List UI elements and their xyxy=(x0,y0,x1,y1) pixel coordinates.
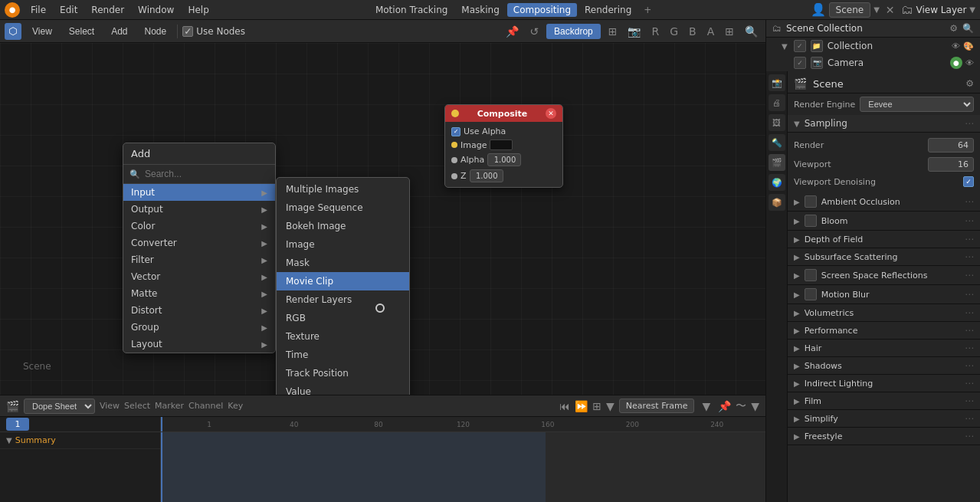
submenu-rgb[interactable]: RGB xyxy=(277,309,409,327)
menu-window[interactable]: Window xyxy=(132,3,180,17)
submenu-mask[interactable]: Mask xyxy=(277,254,409,272)
refresh-icon[interactable]: ↺ xyxy=(526,25,542,38)
use-nodes-checkbox[interactable]: ✓ xyxy=(182,26,193,37)
submenu-time[interactable]: Time xyxy=(277,346,409,364)
tab-compositing[interactable]: Compositing xyxy=(507,3,577,17)
props-output-icon[interactable]: 🖨 xyxy=(769,94,785,111)
menu-edit[interactable]: Edit xyxy=(54,3,84,17)
menu-render[interactable]: Render xyxy=(85,3,130,17)
props-settings-icon[interactable]: ⚙ xyxy=(965,78,974,89)
sss-section[interactable]: ▶ Subsurface Scattering ⋯ xyxy=(788,248,980,266)
props-render-icon[interactable]: 📸 xyxy=(769,74,785,91)
timeline-pin-icon[interactable]: ▼ xyxy=(702,400,710,412)
pin-icon[interactable]: 📌 xyxy=(503,25,522,38)
dof-section[interactable]: ▶ Depth of Field ⋯ xyxy=(788,231,980,248)
indirect-lighting-section[interactable]: ▶ Indirect Lighting ⋯ xyxy=(788,375,980,392)
submenu-value[interactable]: Value xyxy=(277,382,409,395)
frame-indicator[interactable]: 1 xyxy=(6,418,29,431)
timeline-jump-start-icon[interactable]: ⏩ xyxy=(575,400,588,412)
tab-rendering[interactable]: Rendering xyxy=(578,3,637,17)
timeline-track-area[interactable] xyxy=(161,432,765,502)
film-section[interactable]: ▶ Film ⋯ xyxy=(788,392,980,410)
collection-visibility-icon[interactable]: 👁 xyxy=(952,41,960,51)
render-value[interactable]: 64 xyxy=(928,138,974,153)
menu-file[interactable]: File xyxy=(25,3,52,17)
menu-item-matte[interactable]: Matte ▶ xyxy=(123,285,275,302)
menu-item-output[interactable]: Output ▶ xyxy=(123,201,275,218)
menu-help[interactable]: Help xyxy=(182,3,215,17)
view-layer-arrow[interactable]: ▼ xyxy=(969,5,975,14)
timeline-more-icon[interactable]: ▼ xyxy=(751,400,759,412)
outliner-search-icon[interactable]: 🔍 xyxy=(962,23,974,34)
bloom-checkbox[interactable] xyxy=(805,215,817,227)
render-engine-select[interactable]: Eevee xyxy=(860,97,974,112)
simplify-section[interactable]: ▶ Simplify ⋯ xyxy=(788,410,980,428)
add-menu-search[interactable]: 🔍 xyxy=(123,165,275,184)
mb-checkbox[interactable] xyxy=(805,288,817,300)
volumetrics-section[interactable]: ▶ Volumetrics ⋯ xyxy=(788,304,980,322)
props-object-icon[interactable]: 📦 xyxy=(769,194,785,211)
outliner-settings-icon[interactable]: ⚙ xyxy=(949,23,958,34)
menu-item-converter[interactable]: Converter ▶ xyxy=(123,235,275,251)
submenu-render-layers[interactable]: Render Layers xyxy=(277,290,409,309)
zoom-icon[interactable]: 🔍 xyxy=(742,25,761,38)
menu-item-vector[interactable]: Vector ▶ xyxy=(123,268,275,285)
submenu-image-sequence[interactable]: Image Sequence xyxy=(277,199,409,217)
shadows-section[interactable]: ▶ Shadows ⋯ xyxy=(788,357,980,375)
submenu-texture[interactable]: Texture xyxy=(277,327,409,346)
add-workspace-btn[interactable]: + xyxy=(639,3,656,17)
bloom-section[interactable]: ▶ Bloom ⋯ xyxy=(788,212,980,231)
nearest-frame-btn[interactable]: Nearest Frame xyxy=(619,399,695,413)
tab-masking[interactable]: Masking xyxy=(455,3,505,17)
submenu-movie-clip[interactable]: Movie Clip xyxy=(277,272,409,290)
menu-item-group[interactable]: Group ▶ xyxy=(123,319,275,336)
r-icon[interactable]: R xyxy=(648,25,662,38)
props-view-icon[interactable]: 🖼 xyxy=(769,114,785,131)
timeline-view-btn[interactable]: View xyxy=(100,401,120,411)
use-alpha-checkbox[interactable]: ✓ xyxy=(451,127,461,136)
denoising-checkbox[interactable]: ✓ xyxy=(963,176,974,187)
backdrop-camera-icon[interactable]: 📷 xyxy=(624,25,644,38)
select-tool-btn[interactable]: ⬡ xyxy=(5,23,21,40)
menu-item-input[interactable]: Input ▶ xyxy=(123,184,275,201)
z-value[interactable]: 1.000 xyxy=(470,169,503,182)
node-close-btn[interactable]: ✕ xyxy=(546,108,556,119)
submenu-bokeh-image[interactable]: Bokeh Image xyxy=(277,217,409,235)
viewport-value[interactable]: 16 xyxy=(928,157,974,172)
timeline-snap-icon[interactable]: 📌 xyxy=(718,400,731,412)
performance-section[interactable]: ▶ Performance ⋯ xyxy=(788,322,980,340)
use-nodes-toggle[interactable]: ✓ Use Nodes xyxy=(182,26,245,37)
props-world-icon[interactable]: 🌍 xyxy=(769,174,785,191)
timeline-wave-icon[interactable]: 〜 xyxy=(736,399,746,413)
submenu-multiple-images[interactable]: Multiple Images xyxy=(277,180,409,199)
ssr-checkbox[interactable] xyxy=(805,269,817,281)
freestyle-section[interactable]: ▶ Freestyle ⋯ xyxy=(788,428,980,445)
collection-checkbox[interactable]: ✓ xyxy=(794,40,806,52)
ambient-occlusion-section[interactable]: ▶ Ambient Occlusion ⋯ xyxy=(788,192,980,212)
scene-close[interactable]: ✕ xyxy=(883,4,898,16)
dope-sheet-select[interactable]: Dope Sheet xyxy=(24,399,95,414)
backdrop-options-icon[interactable]: ⊞ xyxy=(605,25,621,38)
timeline-playback-icon[interactable]: ⏮ xyxy=(559,400,570,412)
timeline-key-btn[interactable]: Key xyxy=(228,401,243,411)
collection-toggle[interactable]: ▼ xyxy=(782,42,788,51)
add-btn[interactable]: Add xyxy=(105,24,133,39)
props-scene-active-icon[interactable]: 🎬 xyxy=(769,154,785,171)
a-icon[interactable]: A xyxy=(704,25,718,38)
timeline-marker-btn[interactable]: Marker xyxy=(155,401,184,411)
camera-checkbox[interactable]: ✓ xyxy=(794,57,806,69)
ao-checkbox[interactable] xyxy=(805,195,817,208)
menu-item-layout[interactable]: Layout ▶ xyxy=(123,336,275,353)
camera-visibility-icon[interactable]: 👁 xyxy=(965,58,974,68)
summary-label[interactable]: Summary xyxy=(15,435,56,445)
menu-item-filter[interactable]: Filter ▶ xyxy=(123,251,275,268)
submenu-track-position[interactable]: Track Position xyxy=(277,364,409,382)
g-icon[interactable]: G xyxy=(667,25,681,38)
hair-section[interactable]: ▶ Hair ⋯ xyxy=(788,340,980,357)
submenu-image[interactable]: Image xyxy=(277,235,409,254)
search-input[interactable] xyxy=(145,169,269,179)
scene-name[interactable]: Scene xyxy=(829,2,871,18)
timeline-select-btn[interactable]: Select xyxy=(124,401,150,411)
menu-item-color[interactable]: Color ▶ xyxy=(123,218,275,235)
sampling-header[interactable]: ▼ Sampling ⋯ xyxy=(788,115,980,133)
